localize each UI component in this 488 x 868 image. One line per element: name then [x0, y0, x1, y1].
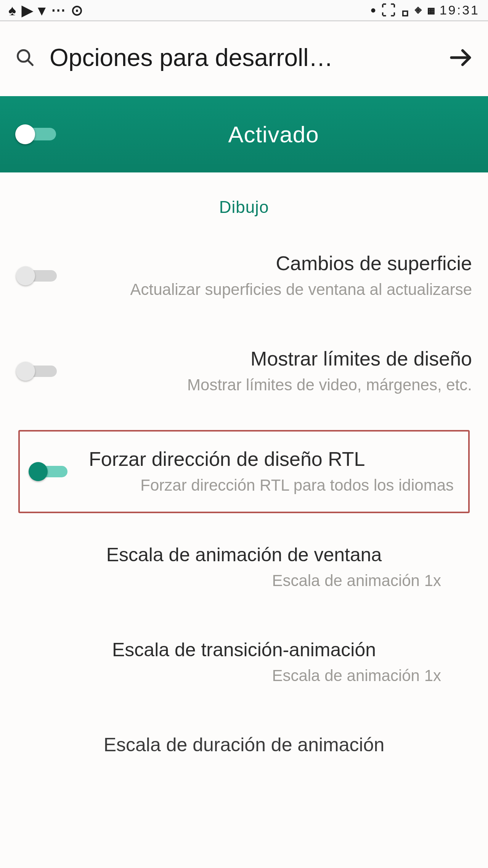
entry-transition-anim-sub: Escala de animación 1x [11, 665, 477, 687]
entry-transition-anim-title: Escala de transición-animación [11, 638, 477, 662]
highlight-frame: Forzar dirección de diseño RTL Forzar di… [18, 430, 470, 513]
status-right-icons: • ⛶ ◻ ◈ ▦ [371, 3, 435, 18]
entry-transition-anim-scale[interactable]: Escala de transición-animación Escala de… [0, 620, 488, 705]
entry-duration-anim-title: Escala de duración de animación [11, 733, 477, 757]
page-title: Opciones para desarroll… [50, 43, 434, 72]
forward-arrow-icon[interactable] [448, 45, 473, 70]
setting-surface-subtitle: Actualizar superficies de ventana al act… [78, 279, 472, 301]
setting-surface-changes[interactable]: Cambios de superficie Actualizar superfi… [0, 228, 488, 324]
toggle-show-layout-bounds[interactable] [16, 360, 60, 382]
entry-window-anim-title: Escala de animación de ventana [11, 543, 477, 567]
developer-options-master-bar[interactable]: Activado [0, 96, 488, 172]
status-left-icons: ♠ ▶ ▾ ⋯ ⊙ [8, 3, 84, 18]
status-time: 19:31 [440, 3, 480, 18]
setting-rtl-subtitle: Forzar dirección RTL para todos los idio… [89, 475, 454, 496]
search-icon[interactable] [15, 48, 35, 68]
setting-force-rtl[interactable]: Forzar dirección de diseño RTL Forzar di… [20, 432, 468, 512]
toggle-surface-changes[interactable] [16, 265, 60, 287]
master-toggle-label: Activado [74, 121, 473, 148]
setting-rtl-title: Forzar dirección de diseño RTL [89, 447, 454, 472]
entry-window-anim-scale[interactable]: Escala de animación de ventana Escala de… [0, 525, 488, 610]
master-toggle[interactable] [15, 123, 59, 145]
entry-duration-anim-scale[interactable]: Escala de duración de animación [0, 715, 488, 757]
svg-line-1 [28, 60, 33, 65]
setting-layout-title: Mostrar límites de diseño [78, 346, 472, 371]
toggle-force-rtl[interactable] [27, 461, 71, 483]
setting-show-layout-bounds[interactable]: Mostrar límites de diseño Mostrar límite… [0, 324, 488, 419]
status-bar: ♠ ▶ ▾ ⋯ ⊙ • ⛶ ◻ ◈ ▦ 19:31 [0, 0, 488, 21]
setting-surface-title: Cambios de superficie [78, 251, 472, 276]
setting-layout-subtitle: Mostrar límites de video, márgenes, etc. [78, 374, 472, 396]
section-label-dibujo: Dibujo [0, 172, 488, 228]
entry-window-anim-sub: Escala de animación 1x [11, 570, 477, 592]
app-header: Opciones para desarroll… [0, 21, 488, 96]
